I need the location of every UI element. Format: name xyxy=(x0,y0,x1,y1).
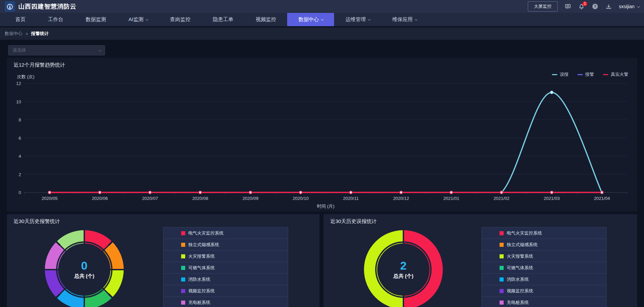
chevron-down-icon xyxy=(321,18,324,20)
nav-item-label: AI监测 xyxy=(128,16,143,23)
nav-item-ops-management[interactable]: 运维管理 xyxy=(334,13,381,26)
false-alarm-total-value: 2 xyxy=(400,260,407,272)
svg-text:2020/06: 2020/06 xyxy=(92,196,108,201)
chevron-down-icon xyxy=(145,18,148,20)
false-alarm-legend-table: 电气火灾监控系统独立式烟感系统火灾报警系统可燃气体系统消防水系统视频监控系统充电… xyxy=(482,227,607,307)
nav-item-hazard-ticket[interactable]: 隐患工单 xyxy=(202,13,244,26)
nav-item-label: 首页 xyxy=(15,16,25,23)
legend-label: 充电桩系统 xyxy=(507,300,529,306)
nav-item-ai-monitor[interactable]: AI监测 xyxy=(117,13,159,26)
false-alarm-donut-chart: 2 总共 (个) xyxy=(364,230,443,307)
false-alarm-legend-row-fire-alarm[interactable]: 火灾报警系统 xyxy=(482,251,606,262)
alarm-stats-panel: 近30天历史报警统计 0 总共 (个) 电气火灾监控系统独立式烟感系统火灾报警系… xyxy=(7,214,319,307)
svg-text:10: 10 xyxy=(16,99,21,104)
nav-item-label: 隐患工单 xyxy=(213,16,233,23)
svg-text:4: 4 xyxy=(19,154,21,159)
nav-item-label: 数据监测 xyxy=(86,16,106,23)
alarm-legend-table: 电气火灾监控系统独立式烟感系统火灾报警系统可燃气体系统消防水系统视频监控系统充电… xyxy=(163,227,288,307)
chevron-down-icon xyxy=(415,18,417,20)
chevron-down-icon xyxy=(637,4,640,8)
svg-text:12: 12 xyxy=(16,81,21,86)
svg-text:2020/12: 2020/12 xyxy=(393,196,409,201)
legend-swatch-icon xyxy=(500,266,504,270)
alarm-legend-row-electrical-fire[interactable]: 电气火灾监控系统 xyxy=(163,227,288,239)
user-menu[interactable]: sxsijian xyxy=(619,4,639,9)
alarm-legend-row-smoke-detector[interactable]: 独立式烟感系统 xyxy=(163,239,288,251)
false-alarm-legend-row-video-surveillance[interactable]: 视频监控系统 xyxy=(482,285,606,297)
svg-text:2021/01: 2021/01 xyxy=(443,196,459,201)
nav-item-label: 运维管理 xyxy=(345,16,366,23)
alarm-legend-row-fire-alarm[interactable]: 火灾报警系统 xyxy=(163,251,288,262)
legend-label: 报警 xyxy=(585,71,594,78)
legend-swatch-icon xyxy=(500,243,504,247)
legend-label: 火灾报警系统 xyxy=(507,253,533,259)
svg-text:2020/08: 2020/08 xyxy=(192,196,208,201)
false-alarm-legend-row-combustible-gas[interactable]: 可燃气体系统 xyxy=(482,262,606,274)
help-icon[interactable]: ? xyxy=(592,3,598,10)
alarm-legend-row-combustible-gas[interactable]: 可燃气体系统 xyxy=(163,262,288,274)
legend-swatch-icon xyxy=(181,243,185,247)
alarm-legend-row-charging-pile[interactable]: 充电桩系统 xyxy=(163,297,288,307)
svg-text:0: 0 xyxy=(19,190,21,195)
legend-label: 消防水系统 xyxy=(188,276,210,283)
nav-item-video-monitor[interactable]: 视频监控 xyxy=(244,13,287,26)
nav-item-data-center[interactable]: 数据中心 xyxy=(287,13,334,26)
trend-chart-panel: 近12个月报警趋势统计 误报报警真实火警 024681012次数 (次)时间 (… xyxy=(7,58,637,211)
nav-item-maintenance-app[interactable]: 维保应用 xyxy=(381,13,428,26)
nav-item-label: 视频监控 xyxy=(256,16,276,23)
download-icon[interactable] xyxy=(605,3,612,10)
nav-item-workbench[interactable]: 工作台 xyxy=(37,13,74,26)
trend-legend-item[interactable]: 误报 xyxy=(552,71,569,78)
breadcrumb-parent[interactable]: 数据中心 xyxy=(5,31,22,37)
chevron-down-icon xyxy=(98,48,102,52)
project-select[interactable]: 请选择 xyxy=(8,45,105,55)
false-alarm-legend-row-fire-water[interactable]: 消防水系统 xyxy=(482,274,606,285)
legend-swatch-icon xyxy=(500,277,504,282)
nav-item-label: 数据中心 xyxy=(298,16,319,23)
alarm-donut-chart: 0 总共 (个) xyxy=(45,230,124,307)
false-alarm-legend-row-electrical-fire[interactable]: 电气火灾监控系统 xyxy=(482,227,606,239)
false-alarm-legend-row-smoke-detector[interactable]: 独立式烟感系统 xyxy=(482,239,606,251)
false-alarm-total-label: 总共 (个) xyxy=(393,273,413,279)
false-alarm-legend-row-charging-pile[interactable]: 充电桩系统 xyxy=(482,297,606,307)
big-screen-monitor-button[interactable]: 大屏监控 xyxy=(528,1,558,12)
svg-text:2020/11: 2020/11 xyxy=(343,196,359,201)
trend-legend-item[interactable]: 真实火警 xyxy=(603,71,628,78)
legend-swatch-icon xyxy=(181,289,185,293)
legend-label: 可燃气体系统 xyxy=(188,265,215,271)
svg-text:2020/05: 2020/05 xyxy=(41,196,57,201)
legend-label: 误报 xyxy=(560,71,569,78)
breadcrumb: 数据中心 > 报警统计 xyxy=(0,28,644,40)
false-alarm-stats-panel: 近30天历史误报统计 2 总共 (个) 电气火灾监控系统独立式烟感系统火灾报警系… xyxy=(324,214,637,307)
legend-label: 火灾报警系统 xyxy=(188,253,215,259)
svg-text:8: 8 xyxy=(19,117,21,122)
legend-swatch-icon xyxy=(181,231,185,235)
false-alarm-stats-title: 近30天历史误报统计 xyxy=(330,218,377,225)
legend-label: 视频监控系统 xyxy=(188,288,215,294)
svg-text:?: ? xyxy=(594,4,596,8)
message-icon[interactable] xyxy=(564,3,571,10)
legend-label: 独立式烟感系统 xyxy=(507,242,538,248)
username: sxsijian xyxy=(619,4,634,9)
nav-item-post-monitor[interactable]: 查岗监控 xyxy=(159,13,202,26)
trend-legend-item[interactable]: 报警 xyxy=(577,71,594,78)
alarm-legend-row-video-surveillance[interactable]: 视频监控系统 xyxy=(163,285,288,297)
nav-item-home[interactable]: 首页 xyxy=(4,13,37,26)
notification-badge: 1 xyxy=(582,1,587,6)
breadcrumb-current: 报警统计 xyxy=(31,31,49,37)
nav-item-data-monitor[interactable]: 数据监测 xyxy=(74,13,117,26)
alarm-total-label: 总共 (个) xyxy=(74,273,94,279)
legend-dash-icon xyxy=(577,74,583,75)
alarm-legend-row-fire-water[interactable]: 消防水系统 xyxy=(163,274,288,285)
legend-label: 真实火警 xyxy=(611,71,628,78)
notification-bell-icon[interactable]: 1 xyxy=(578,3,585,10)
trend-chart-canvas: 024681012次数 (次)时间 (月)2020/052020/062020/… xyxy=(7,58,637,211)
legend-swatch-icon xyxy=(181,301,185,305)
svg-text:次数 (次): 次数 (次) xyxy=(17,74,34,79)
app-header: 山西四建智慧消防云 大屏监控 1 ? xyxy=(0,0,644,13)
svg-text:2021/02: 2021/02 xyxy=(493,196,509,201)
legend-swatch-icon xyxy=(181,266,185,270)
legend-swatch-icon xyxy=(500,254,504,258)
legend-label: 电气火灾监控系统 xyxy=(188,230,224,236)
svg-text:2: 2 xyxy=(19,172,21,177)
